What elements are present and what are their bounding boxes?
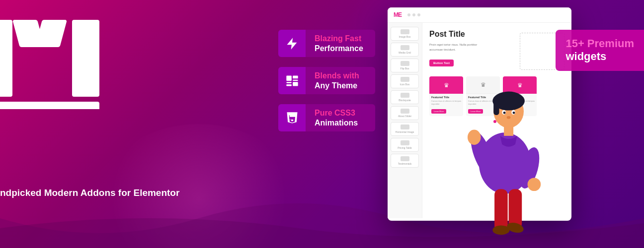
- css3-icon: [285, 111, 299, 125]
- theme-icon: [285, 74, 299, 88]
- svg-rect-16: [493, 101, 499, 116]
- svg-rect-7: [286, 75, 292, 81]
- features-section: Blazing Fast Performance: [278, 30, 375, 131]
- mockup-header-dots: [407, 13, 420, 16]
- banner: ndpicked Modern Addons for Elementor Bla…: [0, 0, 644, 248]
- svg-point-24: [468, 130, 481, 145]
- svg-rect-8: [293, 75, 298, 78]
- widget-pricing: Pricing Table: [391, 138, 419, 152]
- widget-blockquote: Blockquote: [391, 90, 419, 104]
- feature-icon-1: [278, 30, 306, 57]
- mockup-header: ME: [388, 7, 571, 23]
- feature-label-2: Blends with Any Theme: [306, 67, 375, 94]
- feature-label-1: Blazing Fast Performance: [306, 30, 375, 57]
- lightning-icon: [285, 37, 299, 51]
- character-svg: [455, 60, 555, 248]
- character-illustration: [455, 60, 555, 248]
- svg-rect-9: [293, 79, 298, 80]
- widget-image-box: Image Box: [391, 27, 419, 41]
- svg-rect-22: [504, 125, 513, 136]
- premium-text: 15+ Premium widgets: [565, 37, 634, 63]
- feature-label-3: Pure CSS3 Animations: [306, 104, 375, 131]
- feature-icon-2: [278, 67, 306, 94]
- widget-testimonials: Testimonials: [391, 154, 419, 168]
- mockup-content-desc: Proin eget tortor risus. Nulla porttitor…: [429, 43, 489, 52]
- feature-badge-2: Blends with Any Theme: [278, 67, 375, 94]
- svg-point-19: [503, 112, 506, 114]
- svg-point-20: [513, 112, 515, 114]
- widget-media-grid: Media Grid: [391, 43, 419, 57]
- svg-rect-10: [286, 82, 292, 83]
- svg-rect-11: [293, 82, 298, 86]
- svg-rect-4: [0, 102, 99, 109]
- logo-section: [0, 20, 124, 111]
- widget-about-slider: About Slider: [391, 106, 419, 120]
- mockup-sidebar: Image Box Media Grid Flip Box Icon Box B…: [388, 23, 422, 218]
- svg-rect-12: [286, 84, 292, 86]
- premium-panel: 15+ Premium widgets: [556, 30, 644, 71]
- mockup-logo: ME: [394, 11, 402, 18]
- svg-point-26: [528, 178, 541, 191]
- widget-icon-box: Icon Box: [391, 74, 419, 88]
- svg-rect-3: [72, 20, 99, 97]
- mockup-button: Button Text: [429, 60, 454, 66]
- feature-icon-3: [278, 104, 306, 131]
- svg-rect-27: [494, 189, 508, 232]
- crown-icon-1: ♛: [444, 82, 449, 89]
- feature-badge-1: Blazing Fast Performance: [278, 30, 375, 57]
- svg-point-21: [507, 116, 511, 119]
- widget-horizontal-image: Horizontal Image: [391, 122, 419, 136]
- feat-card-link-1: Learn More: [431, 109, 446, 114]
- me-logo-svg: [0, 20, 124, 109]
- widget-flip-box: Flip Box: [391, 59, 419, 72]
- feature-badge-3: Pure CSS3 Animations: [278, 104, 375, 131]
- svg-rect-0: [0, 20, 12, 97]
- svg-rect-2: [35, 20, 67, 47]
